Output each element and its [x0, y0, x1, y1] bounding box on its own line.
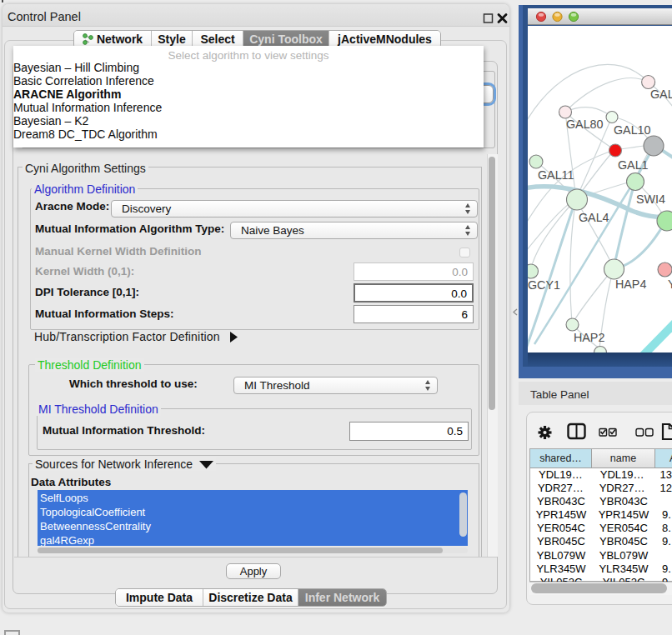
svg-text:GAL11: GAL11 [538, 168, 574, 182]
svg-text:GAL4: GAL4 [579, 211, 609, 224]
svg-text:GAL10: GAL10 [614, 123, 651, 137]
svg-text:GCY1: GCY1 [528, 278, 560, 292]
svg-text:GAL80: GAL80 [566, 118, 604, 131]
svg-text:GAL: GAL [650, 88, 672, 101]
svg-text:HAP4: HAP4 [615, 278, 646, 291]
svg-text:SWI4: SWI4 [636, 192, 665, 206]
svg-text:HAP2: HAP2 [574, 331, 604, 344]
svg-text:Y: Y [668, 278, 672, 291]
svg-text:GAL1: GAL1 [618, 158, 649, 172]
